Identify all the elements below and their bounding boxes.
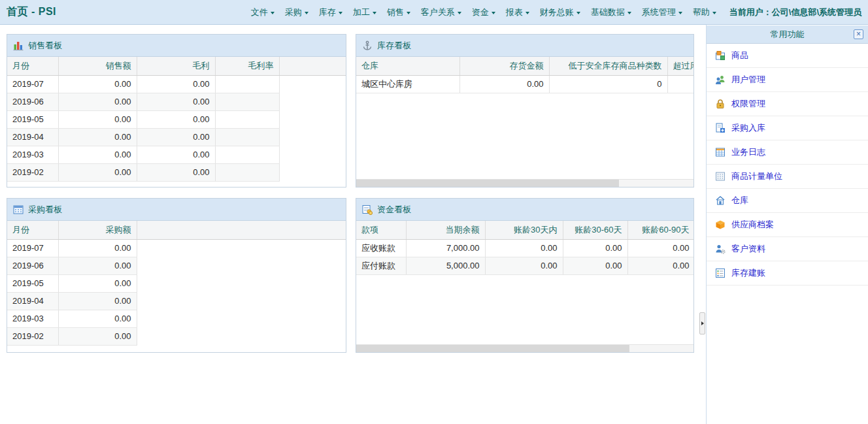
chevron-down-icon — [373, 12, 376, 14]
sidebar-item-warehouse[interactable]: 仓库 — [707, 189, 868, 213]
column-header: 账龄30-60天 — [563, 221, 627, 239]
sidebar-item-label: 客户资料 — [731, 243, 765, 255]
sidebar-item-stock-ledger[interactable]: 库存建账 — [707, 261, 868, 285]
sidebar-item-customer[interactable]: 客户资料 — [707, 237, 868, 261]
column-header: 存货金额 — [459, 57, 549, 75]
warehouse-icon — [715, 195, 726, 206]
current-user: 当前用户：公司\信息部\系统管理员 — [729, 7, 861, 18]
menu-item-3[interactable]: 库存 — [319, 7, 342, 18]
sidebar-item-business-log[interactable]: 业务日志 — [707, 140, 868, 165]
cell: 2019-05 — [7, 274, 58, 292]
menu-item-9[interactable]: 财务总账 — [540, 7, 580, 18]
cell: 0.00 — [137, 163, 215, 181]
cell: 2019-03 — [7, 146, 58, 163]
menu-item-6[interactable]: 客户关系 — [421, 7, 461, 18]
horizontal-scrollbar[interactable] — [356, 344, 693, 352]
chevron-down-icon — [271, 12, 275, 14]
purchase-dashboard-panel: 采购看板 月份采购额2019-070.002019-060.002019-050… — [7, 198, 346, 353]
product-icon — [715, 50, 726, 61]
column-header: 毛利 — [137, 57, 215, 75]
cell: 0.00 — [58, 310, 137, 327]
scrollbar-thumb[interactable] — [356, 180, 619, 187]
cell: 应收账款 — [356, 239, 406, 257]
cell-spacer — [137, 239, 346, 257]
menu-item-8[interactable]: 报表 — [506, 7, 529, 18]
cell: 城区中心库房 — [356, 75, 459, 93]
table-row: 2019-050.000.00 — [7, 110, 346, 128]
menu-item-2[interactable]: 采购 — [285, 7, 309, 18]
table-row: 2019-060.00 — [7, 257, 346, 274]
menu-item-label: 库存 — [319, 7, 336, 18]
scrollbar-thumb[interactable] — [356, 345, 629, 352]
sidebar-item-product[interactable]: 商品 — [707, 44, 868, 68]
menu-item-12[interactable]: 帮助 — [693, 7, 716, 18]
menu-item-label: 文件 — [251, 7, 268, 18]
menu-item-label: 加工 — [353, 7, 370, 18]
menu-item-10[interactable]: 基础数据 — [591, 7, 631, 18]
panel-title: 采购看板 — [28, 204, 62, 216]
cell: 2019-02 — [7, 327, 58, 345]
sales-panel-header: 销售看板 — [7, 35, 346, 57]
sidebar-item-users[interactable]: 用户管理 — [707, 68, 868, 92]
column-header: 超过库存 — [667, 57, 693, 75]
table-row: 应收账款7,000.000.000.000.00 — [356, 239, 693, 257]
menu-item-1[interactable]: 文件 — [251, 7, 275, 18]
common-functions-sidebar: 常用功能 × 商品用户管理权限管理采购入库业务日志商品计量单位仓库供应商档案客户… — [706, 25, 868, 424]
cell: 0.00 — [58, 128, 137, 146]
cell-spacer — [137, 310, 346, 327]
sidebar-item-measure-unit[interactable]: 商品计量单位 — [707, 165, 868, 189]
column-header: 采购额 — [58, 221, 137, 239]
cell-spacer — [279, 128, 346, 146]
cell: 2019-04 — [7, 128, 58, 146]
table-row: 2019-020.000.00 — [7, 163, 346, 181]
cash-panel-header: 资金看板 — [356, 199, 693, 221]
menu-item-11[interactable]: 系统管理 — [642, 7, 682, 18]
cash-dashboard-panel: 资金看板 款项当期余额账龄30天内账龄30-60天账龄60-90天应收账款7,0… — [356, 198, 694, 353]
column-header: 款项 — [356, 221, 406, 239]
menu-item-label: 销售 — [387, 7, 404, 18]
cell: 2019-06 — [7, 257, 58, 274]
cell: 0.00 — [485, 257, 563, 274]
chevron-down-icon — [407, 12, 410, 14]
table-row: 2019-030.00 — [7, 310, 346, 327]
cell-spacer — [137, 274, 346, 292]
sidebar-item-lock[interactable]: 权限管理 — [707, 92, 868, 116]
table-row: 2019-070.00 — [7, 239, 346, 257]
sidebar-item-supplier-box[interactable]: 供应商档案 — [707, 213, 868, 237]
sidebar-item-purchase-inbound[interactable]: 采购入库 — [707, 116, 868, 140]
sidebar-item-label: 库存建账 — [731, 267, 765, 279]
cell-spacer — [137, 327, 346, 345]
sidebar-collapse-handle[interactable] — [699, 312, 705, 334]
table-row: 2019-020.00 — [7, 327, 346, 345]
cell: 2019-05 — [7, 110, 58, 128]
menu-item-5[interactable]: 销售 — [387, 7, 410, 18]
chevron-down-icon — [305, 12, 309, 14]
cell — [215, 146, 279, 163]
chevron-down-icon — [712, 12, 716, 14]
column-header-spacer — [137, 221, 346, 239]
cell: 5,000.00 — [406, 257, 485, 274]
cell: 0.00 — [627, 257, 693, 274]
horizontal-scrollbar[interactable] — [356, 179, 693, 187]
cell-spacer — [279, 163, 346, 181]
table-row: 2019-040.00 — [7, 292, 346, 310]
cell: 0.00 — [58, 110, 137, 128]
menu-item-4[interactable]: 加工 — [353, 7, 376, 18]
cell — [667, 75, 693, 93]
menu-item-label: 财务总账 — [540, 7, 574, 18]
sidebar-header: 常用功能 × — [707, 25, 868, 44]
column-header: 月份 — [7, 57, 58, 75]
close-icon[interactable]: × — [854, 29, 863, 39]
menu-item-7[interactable]: 资金 — [472, 7, 495, 18]
calendar-grid-icon — [13, 204, 24, 215]
chevron-right-icon — [701, 321, 704, 325]
panel-title: 销售看板 — [28, 40, 62, 52]
bar-chart-icon — [13, 41, 24, 51]
chevron-down-icon — [339, 12, 342, 14]
cell: 0.00 — [563, 257, 627, 274]
sidebar-title: 常用功能 — [771, 29, 805, 41]
cell: 2019-07 — [7, 75, 58, 93]
menu-item-label: 系统管理 — [642, 7, 676, 18]
menu-item-label: 帮助 — [693, 7, 710, 18]
column-header: 账龄60-90天 — [627, 221, 693, 239]
